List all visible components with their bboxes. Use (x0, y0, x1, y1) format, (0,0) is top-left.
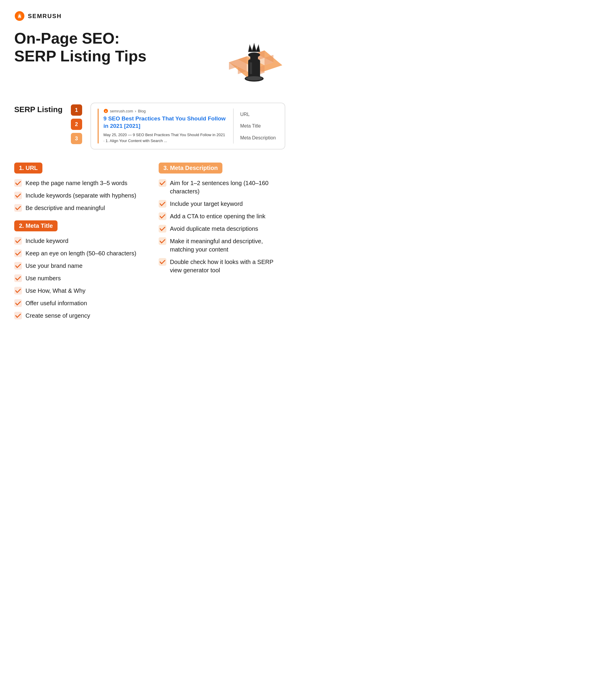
meta-desc-item-4: Avoid duplicate meta descriptions (159, 225, 285, 233)
serp-label-meta-title: Meta Title (240, 123, 278, 129)
url-item-2: Include keywords (separate with hyphens) (14, 191, 141, 200)
serp-label-url: URL (240, 112, 278, 117)
right-column: 3. Meta Description Aim for 1–2 sentence… (159, 162, 285, 328)
meta-desc-item-2: Include your target keyword (159, 200, 285, 208)
check-icon-md-6 (159, 258, 166, 266)
serp-number-3: 3 (71, 133, 82, 144)
check-icon-md-4 (159, 225, 166, 232)
check-icon-md-3 (159, 212, 166, 220)
check-icon-mt-1 (14, 237, 22, 245)
serp-preview-card: semrush.com › Blog 9 SEO Best Practices … (91, 103, 285, 149)
logo-row: SEMRUSH (14, 11, 285, 21)
serp-result-description: May 25, 2020 — 9 SEO Best Practices That… (103, 132, 227, 144)
meta-title-checklist: Include keyword Keep an eye on length (5… (14, 237, 141, 320)
serp-label-meta-description: Meta Description (240, 135, 278, 141)
semrush-logo-icon (14, 11, 25, 21)
content-grid: 1. URL Keep the page name length 3–5 wor… (14, 162, 285, 328)
check-icon-md-5 (159, 237, 166, 245)
serp-breadcrumb-blog: Blog (138, 109, 146, 113)
check-icon-mt-2 (14, 249, 22, 257)
meta-title-item-6: Offer useful information (14, 299, 141, 307)
serp-listing-section: SERP Listing 1 2 3 semrush.com › Blog (14, 103, 285, 149)
chess-illustration-container (208, 30, 285, 92)
page-wrapper: SEMRUSH On-Page SEO: SERP Listing Tips (0, 0, 299, 342)
check-icon-md-1 (159, 179, 166, 187)
serp-card-content: semrush.com › Blog 9 SEO Best Practices … (103, 108, 234, 144)
meta-title-item-3: Use your brand name (14, 261, 141, 270)
check-icon-mt-5 (14, 287, 22, 295)
svg-point-17 (248, 52, 260, 57)
serp-site-name: semrush.com (110, 109, 133, 113)
meta-title-item-4: Use numbers (14, 274, 141, 282)
check-icon-2 (14, 192, 22, 199)
check-icon-mt-6 (14, 299, 22, 307)
serp-result-title: 9 SEO Best Practices That You Should Fol… (103, 115, 227, 130)
check-icon-mt-4 (14, 274, 22, 282)
serp-section-label: SERP Listing (14, 103, 63, 114)
chess-piece-icon (211, 33, 282, 92)
page-title: On-Page SEO: SERP Listing Tips (14, 30, 147, 65)
meta-desc-item-3: Add a CTA to entice opening the link (159, 212, 285, 220)
meta-description-section-header: 3. Meta Description (159, 162, 222, 174)
meta-description-section: 3. Meta Description Aim for 1–2 sentence… (159, 162, 285, 274)
left-column: 1. URL Keep the page name length 3–5 wor… (14, 162, 141, 328)
check-icon-3 (14, 204, 22, 212)
url-item-1: Keep the page name length 3–5 words (14, 179, 141, 187)
serp-card-left-border (98, 108, 99, 144)
svg-marker-18 (248, 43, 260, 52)
serp-numbers-column: 1 2 3 (71, 103, 82, 144)
serp-card-labels: URL Meta Title Meta Description (234, 108, 278, 144)
meta-title-section: 2. Meta Title Include keyword (14, 220, 141, 320)
check-icon-mt-7 (14, 312, 22, 320)
serp-number-2: 2 (71, 119, 82, 130)
serp-site-row: semrush.com › Blog (103, 108, 227, 113)
url-section: 1. URL Keep the page name length 3–5 wor… (14, 162, 141, 212)
meta-title-item-7: Create sense of urgency (14, 311, 141, 320)
url-item-3: Be descriptive and meaningful (14, 204, 141, 212)
meta-desc-item-6: Double check how it looks with a SERP vi… (159, 258, 285, 274)
meta-description-checklist: Aim for 1–2 sentences long (140–160 char… (159, 179, 285, 274)
check-icon-md-2 (159, 200, 166, 208)
svg-point-21 (246, 76, 263, 80)
meta-desc-item-5: Make it meaningful and descriptive, matc… (159, 237, 285, 254)
url-checklist: Keep the page name length 3–5 words Incl… (14, 179, 141, 212)
meta-title-item-1: Include keyword (14, 237, 141, 245)
meta-title-item-2: Keep an eye on length (50–60 characters) (14, 249, 141, 257)
hero-section: On-Page SEO: SERP Listing Tips (14, 30, 285, 92)
serp-breadcrumb-arrow: › (135, 109, 136, 113)
serp-number-1: 1 (71, 104, 82, 116)
serp-site-favicon (103, 108, 108, 113)
svg-rect-20 (250, 62, 252, 74)
meta-title-item-5: Use How, What & Why (14, 286, 141, 295)
meta-title-section-header: 2. Meta Title (14, 220, 57, 231)
url-section-header: 1. URL (14, 162, 43, 174)
check-icon-mt-3 (14, 262, 22, 270)
meta-desc-item-1: Aim for 1–2 sentences long (140–160 char… (159, 179, 285, 196)
check-icon-1 (14, 179, 22, 187)
logo-text: SEMRUSH (28, 13, 62, 20)
